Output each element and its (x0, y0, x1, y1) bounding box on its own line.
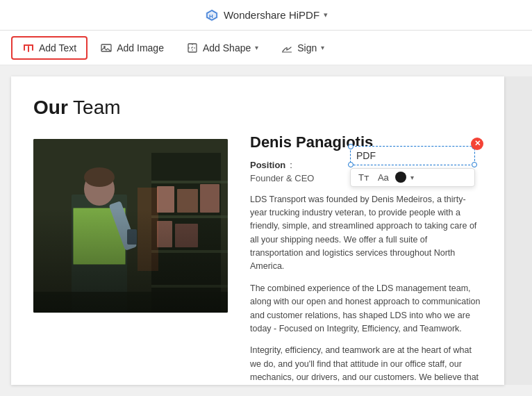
svg-rect-5 (24, 44, 25, 51)
add-shape-icon (186, 42, 199, 54)
format-chevron-icon[interactable]: ▾ (410, 174, 414, 181)
annotation-wrapper: ✕ Tᴛ Aa ▾ (350, 146, 475, 187)
svg-rect-16 (151, 215, 228, 218)
svg-text:H: H (209, 13, 213, 19)
add-shape-button[interactable]: Add Shape ▾ (176, 38, 268, 58)
svg-rect-19 (157, 186, 174, 213)
person-image (33, 139, 228, 313)
add-text-button[interactable]: Add Text (11, 36, 88, 60)
add-image-button[interactable]: Add Image (90, 38, 174, 58)
content-grid: Denis Panagiotis ✕ Tᴛ (33, 133, 482, 385)
svg-rect-18 (151, 285, 228, 288)
pdf-page: Our Team (11, 76, 504, 385)
svg-rect-14 (151, 153, 221, 313)
sign-icon (281, 42, 293, 54)
svg-rect-15 (151, 181, 228, 183)
font-size-button[interactable]: Tᴛ (356, 171, 372, 184)
svg-point-29 (84, 167, 115, 187)
svg-rect-21 (200, 184, 219, 213)
sign-button[interactable]: Sign ▾ (271, 38, 334, 58)
color-picker-button[interactable] (395, 172, 406, 183)
corner-handle-br (472, 162, 477, 167)
sign-label: Sign (297, 42, 317, 53)
body-para-2: The combined experience of the LDS manag… (250, 282, 482, 336)
brand-name: Wondershare HiPDF (224, 9, 319, 21)
add-shape-chevron-icon: ▾ (255, 44, 258, 51)
text-annotation-box[interactable] (350, 146, 475, 165)
text-annotation-container: ✕ Tᴛ Aa ▾ (350, 146, 475, 187)
corner-handle-bl (348, 162, 354, 167)
svg-rect-23 (175, 224, 198, 247)
format-toolbar: Tᴛ Aa ▾ (350, 168, 475, 187)
close-annotation-button[interactable]: ✕ (471, 138, 483, 150)
brand: H Wondershare HiPDF ▾ (204, 8, 328, 23)
svg-rect-24 (138, 188, 158, 271)
svg-rect-25 (72, 195, 127, 313)
warehouse-scene-icon (33, 139, 228, 313)
title-bold: Our (33, 97, 68, 118)
add-text-icon (22, 42, 35, 54)
body-para-1: LDS Transport was founded by Denis Medei… (250, 193, 482, 274)
hipdf-logo-icon: H (204, 8, 219, 23)
body-para-3: Integrity, efficiency, and teamwork are … (250, 344, 482, 385)
page-title: Our Team (33, 96, 482, 119)
svg-rect-17 (151, 250, 228, 253)
title-rest: Team (68, 97, 121, 118)
svg-rect-32 (33, 292, 228, 313)
font-style-button[interactable]: Aa (376, 171, 391, 184)
right-column: Denis Panagiotis ✕ Tᴛ (250, 133, 482, 385)
svg-rect-6 (32, 44, 33, 51)
svg-rect-27 (74, 208, 125, 264)
sign-chevron-icon: ▾ (321, 44, 324, 51)
text-annotation-input[interactable] (356, 150, 478, 161)
svg-rect-3 (24, 44, 33, 46)
svg-rect-30 (109, 201, 138, 251)
svg-rect-4 (28, 46, 29, 52)
add-image-label: Add Image (117, 42, 164, 53)
corner-handle-tl (348, 144, 354, 149)
add-image-icon (100, 42, 113, 54)
svg-point-8 (103, 46, 106, 48)
svg-rect-22 (157, 221, 172, 247)
svg-rect-20 (177, 189, 198, 213)
add-text-label: Add Text (39, 42, 76, 53)
right-sidebar (504, 76, 532, 385)
topbar: H Wondershare HiPDF ▾ (0, 0, 532, 31)
svg-rect-26 (74, 208, 125, 264)
left-column (33, 133, 228, 385)
toolbar: Add Text Add Image Add Shape ▾ Sign ▾ (0, 31, 532, 65)
add-shape-label: Add Shape (203, 42, 251, 53)
svg-rect-31 (127, 229, 137, 245)
position-label: Position (250, 160, 285, 170)
position-colon: : (290, 160, 292, 170)
topbar-chevron-icon[interactable]: ▾ (324, 10, 328, 19)
main-area: Our Team (0, 65, 532, 396)
